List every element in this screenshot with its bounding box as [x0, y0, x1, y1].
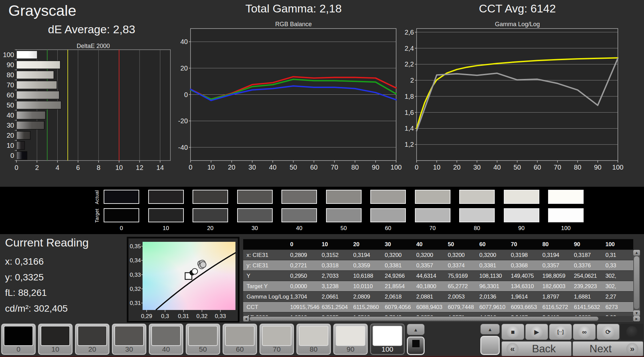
secondary-up-button[interactable]: ▲	[480, 324, 500, 334]
table-cell: 0,31	[605, 250, 633, 260]
de-average-label: dE Average: 2,83	[48, 23, 135, 36]
table-cell: 10,0110	[353, 281, 385, 291]
level-button-label: 0	[1, 345, 36, 353]
table-horizontal-scrollbar[interactable]: ◄	[243, 316, 633, 321]
scroll-up-icon[interactable]: ▲	[633, 250, 640, 256]
window-pattern-icon: [··]	[554, 325, 567, 338]
level-button-80[interactable]: 80	[296, 323, 331, 355]
level-button-90[interactable]: 90	[333, 323, 368, 355]
table-column-header: 60	[479, 239, 511, 250]
level-button-40[interactable]: 40	[149, 323, 183, 355]
cie-overlay: 0,290,30,310,320,330,350,340,330,320,31	[128, 238, 238, 321]
level-button-label: 50	[186, 345, 220, 353]
record-circle-icon	[626, 326, 638, 338]
deltae-bar-chart: 100908070605040302010002468101214	[0, 40, 178, 172]
table-vertical-scrollbar[interactable]: ▲ ▼	[633, 250, 640, 316]
scroll-right-icon[interactable]: ►	[633, 316, 640, 321]
svg-text:2: 2	[35, 164, 39, 171]
level-button-60[interactable]: 60	[222, 323, 257, 355]
table-cell: 0,3198	[511, 250, 542, 260]
level-button-0[interactable]: 0	[1, 323, 36, 355]
table-cell: 2,27	[605, 292, 633, 302]
table-cell: 0,2809	[290, 250, 322, 260]
level-button-label: 80	[297, 345, 331, 353]
deltae-bar-20	[16, 131, 30, 139]
svg-text:30: 30	[473, 164, 481, 171]
stop-icon: ■	[506, 325, 519, 338]
table-cell: 3,1238	[322, 281, 353, 291]
level-button-label: 10	[38, 345, 72, 353]
level-button-100[interactable]: 100	[370, 323, 405, 355]
strip-level-label: 80	[459, 225, 495, 232]
table-row-label: Y	[243, 271, 290, 281]
table-cell: 0,3359	[353, 260, 385, 270]
strip-level-label: 30	[237, 225, 273, 232]
back-button[interactable]: « Back	[501, 341, 572, 356]
table-row-label: Target Y	[243, 281, 290, 291]
actual-swatch-40	[281, 190, 317, 204]
table-cell: 0,3368	[511, 260, 542, 270]
level-button-label: 100	[370, 345, 405, 353]
svg-text:60: 60	[534, 164, 541, 171]
svg-text:100: 100	[390, 164, 401, 171]
table-cell: 182,6003	[542, 281, 574, 291]
table-cell: 0,3194	[542, 250, 574, 260]
play-button[interactable]: ▶	[525, 324, 548, 340]
table-cell: 6088,9403	[416, 302, 448, 312]
actual-swatch-90	[504, 190, 539, 204]
deltae-bar-100	[16, 51, 37, 59]
svg-text:1,6: 1,6	[405, 109, 414, 116]
level-button-10[interactable]: 10	[38, 323, 73, 355]
horizontal-scroll-thumb[interactable]	[250, 317, 598, 321]
stop-button[interactable]: ■	[501, 324, 524, 340]
loop-infinity-button[interactable]: ∞	[573, 324, 596, 340]
target-swatch-100	[548, 208, 584, 222]
table-cell: 6093,6653	[511, 302, 542, 312]
level-swatch	[41, 326, 70, 346]
svg-text:14: 14	[156, 164, 164, 171]
loop-infinity-icon: ∞	[578, 325, 591, 338]
svg-text:2,2: 2,2	[405, 60, 414, 68]
deltae-bar-80	[16, 71, 54, 79]
table-cell: 0,3194	[353, 250, 385, 260]
svg-text:12: 12	[136, 164, 143, 171]
table-cell: 21,8554	[385, 281, 416, 291]
window-pattern-button[interactable]	[407, 337, 425, 355]
table-cell: 0,3187	[574, 250, 605, 260]
window-pattern-button[interactable]: [··]	[549, 324, 572, 340]
scroll-left-icon[interactable]: ◄	[243, 316, 249, 321]
svg-text:4: 4	[56, 164, 59, 171]
grayscale-swatch-strip: Actual Target 0102030405060708090100	[0, 187, 644, 234]
table-column-header: 70	[511, 239, 542, 250]
measurement-table: 0102030405060708090100x: CIE310,28090,31…	[243, 239, 633, 322]
svg-text:10: 10	[115, 164, 123, 171]
deltae-bar-50	[16, 101, 61, 109]
svg-text:0: 0	[10, 152, 14, 159]
scroll-down-icon[interactable]: ▼	[633, 310, 640, 316]
svg-text:40: 40	[7, 111, 14, 119]
level-button-label: 30	[112, 345, 146, 353]
next-button[interactable]: Next »	[573, 341, 643, 356]
table-cell: 6351,2504	[322, 302, 353, 312]
table-row-2: Y0,29502,703310,618824,926644,631475,916…	[243, 271, 633, 281]
svg-text:90: 90	[594, 164, 601, 171]
refresh-button[interactable]: ⟳	[597, 324, 620, 340]
secondary-pattern-button[interactable]	[480, 336, 500, 355]
level-up-button[interactable]: ▲	[407, 324, 425, 335]
target-row-label: Target	[94, 208, 100, 223]
level-button-70[interactable]: 70	[259, 323, 294, 355]
current-reading-fl: fL: 88,261	[5, 287, 47, 298]
level-button-20[interactable]: 20	[75, 323, 110, 355]
table-cell: 0,3381	[385, 260, 416, 270]
vertical-scroll-thumb[interactable]	[634, 256, 639, 309]
pattern-square-icon	[412, 340, 420, 347]
level-button-50[interactable]: 50	[185, 323, 220, 355]
level-button-30[interactable]: 30	[112, 323, 147, 355]
svg-text:50: 50	[7, 101, 14, 109]
table-cell: 1,8797	[542, 292, 574, 302]
table-row-label: Gamma Log/Log	[243, 292, 290, 302]
svg-text:0,3: 0,3	[161, 313, 169, 319]
table-cell: 6116,5272	[542, 302, 574, 312]
table-cell: 149,4075	[511, 271, 542, 281]
level-swatch	[336, 326, 365, 346]
